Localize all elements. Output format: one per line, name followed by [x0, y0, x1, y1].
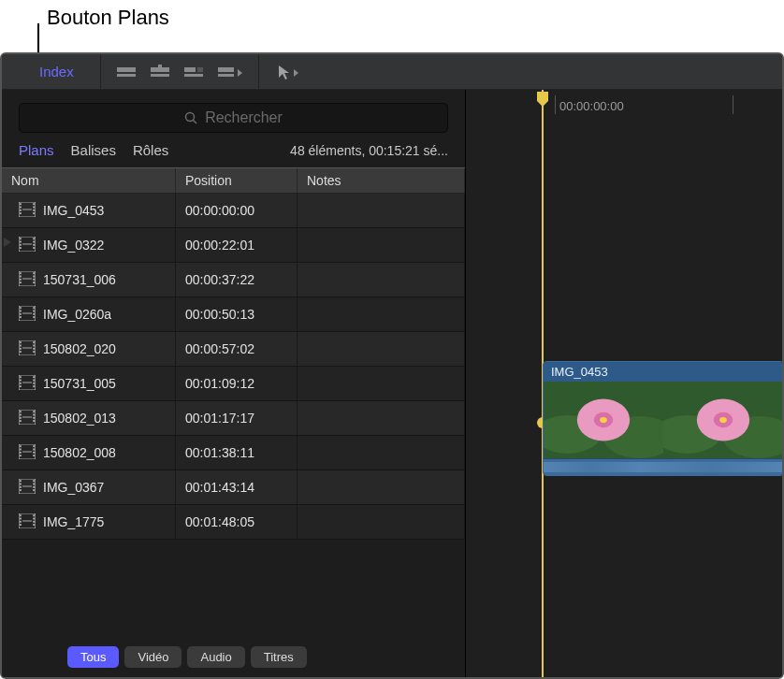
search-input[interactable]: Rechercher [19, 103, 448, 133]
svg-rect-85 [20, 448, 22, 450]
table-row[interactable]: 150731_00600:00:37:22 [2, 263, 465, 297]
index-status-text: 48 éléments, 00:15:21 sé... [290, 143, 448, 158]
search-placeholder: Rechercher [205, 109, 283, 126]
clip-thumbnail [544, 382, 663, 458]
svg-rect-41 [33, 282, 35, 283]
cell-notes [298, 263, 465, 296]
svg-rect-16 [20, 209, 22, 210]
cell-name: 150731_005 [2, 367, 176, 400]
cell-position: 00:00:37:22 [176, 263, 298, 296]
clip-name: IMG_0367 [43, 480, 104, 495]
svg-rect-51 [33, 316, 35, 318]
svg-rect-29 [33, 240, 35, 242]
svg-rect-37 [20, 282, 22, 283]
svg-rect-100 [33, 485, 35, 487]
svg-rect-10 [218, 74, 234, 77]
svg-rect-64 [20, 376, 22, 378]
svg-rect-26 [20, 243, 22, 245]
svg-rect-109 [33, 517, 35, 519]
filter-audio-button[interactable]: Audio [187, 646, 244, 668]
film-clip-icon [19, 271, 36, 289]
svg-rect-9 [218, 67, 234, 72]
table-row[interactable]: IMG_045300:00:00:00 [2, 194, 465, 228]
clip-name: 150802_013 [43, 411, 116, 426]
svg-rect-27 [20, 247, 22, 249]
pointer-tool-icon[interactable] [276, 64, 300, 80]
cell-notes [298, 436, 465, 470]
ruler-tick [555, 95, 556, 114]
column-header-position[interactable]: Position [176, 168, 298, 193]
table-row[interactable]: 150731_00500:01:09:12 [2, 367, 465, 401]
table-row[interactable]: IMG_032200:00:22:01 [2, 228, 465, 263]
svg-rect-108 [33, 514, 35, 516]
clip-thumbnail [663, 382, 783, 458]
timeline-clip[interactable]: IMG_0453 [543, 361, 784, 476]
cell-name: IMG_0367 [2, 470, 176, 504]
index-button[interactable]: Index [2, 54, 100, 89]
append-clip-icon[interactable] [183, 64, 204, 80]
svg-point-11 [186, 113, 195, 122]
cell-notes [298, 228, 465, 262]
clip-title: IMG_0453 [544, 362, 783, 382]
filter-video-button[interactable]: Vidéo [124, 646, 181, 668]
connect-clip-icon[interactable] [116, 64, 137, 80]
svg-rect-3 [162, 67, 169, 72]
timeline-area[interactable]: 00:00:00:00 IMG_0453 [466, 90, 782, 677]
insert-clip-icon[interactable] [150, 64, 170, 80]
tab-plans[interactable]: Plans [19, 142, 54, 158]
svg-rect-69 [33, 379, 35, 381]
panel-collapse-notch[interactable] [4, 238, 13, 247]
tab-roles[interactable]: Rôles [133, 142, 168, 158]
filter-bar: Tous Vidéo Audio Titres [2, 639, 465, 677]
svg-rect-58 [33, 341, 35, 343]
svg-rect-47 [20, 316, 22, 318]
filter-titles-button[interactable]: Titres [251, 646, 307, 668]
cell-name: 150802_020 [2, 332, 176, 366]
clips-grid-body[interactable]: IMG_045300:00:00:00IMG_032200:00:22:0115… [2, 194, 465, 639]
svg-rect-35 [20, 275, 22, 277]
svg-rect-56 [20, 347, 22, 349]
svg-rect-5 [151, 74, 169, 77]
svg-rect-91 [33, 455, 35, 456]
column-header-name[interactable]: Nom [2, 168, 176, 193]
svg-rect-28 [33, 238, 35, 239]
index-panel: Rechercher Plans Balises Rôles 48 élémen… [2, 90, 466, 677]
svg-rect-84 [20, 445, 22, 447]
table-row[interactable]: 150802_02000:00:57:02 [2, 332, 465, 367]
overwrite-clip-icon[interactable] [217, 64, 243, 80]
table-row[interactable]: IMG_036700:01:43:14 [2, 470, 465, 505]
cell-notes [298, 470, 465, 504]
table-row[interactable]: 150802_01300:01:17:17 [2, 401, 465, 436]
cell-name: 150802_013 [2, 401, 176, 435]
column-header-notes[interactable]: Notes [298, 168, 465, 193]
clip-name: IMG_1775 [43, 514, 104, 529]
cell-position: 00:01:17:17 [176, 401, 298, 435]
clip-thumbnails [544, 382, 783, 458]
svg-rect-57 [20, 351, 22, 353]
film-clip-icon [19, 479, 36, 497]
svg-rect-8 [184, 74, 203, 77]
cell-position: 00:00:50:13 [176, 297, 298, 331]
svg-rect-30 [33, 243, 35, 245]
tab-balises[interactable]: Balises [71, 142, 116, 158]
cell-position: 00:01:43:14 [176, 470, 298, 504]
svg-rect-6 [184, 67, 196, 72]
filter-all-button[interactable]: Tous [67, 646, 119, 668]
svg-rect-55 [20, 344, 22, 346]
svg-rect-31 [33, 247, 35, 249]
svg-rect-66 [20, 382, 22, 383]
svg-line-12 [194, 121, 197, 124]
table-row[interactable]: IMG_0260a00:00:50:13 [2, 297, 465, 332]
clip-name: 150802_020 [43, 341, 116, 356]
cell-position: 00:01:09:12 [176, 367, 298, 400]
table-row[interactable]: IMG_177500:01:48:05 [2, 505, 465, 540]
svg-rect-95 [20, 483, 22, 484]
index-tabs: Plans Balises Rôles 48 éléments, 00:15:2… [2, 142, 465, 167]
clip-audio-waveform [544, 458, 783, 475]
table-row[interactable]: 150802_00800:01:38:11 [2, 436, 465, 470]
svg-rect-99 [33, 483, 35, 484]
svg-rect-97 [20, 489, 22, 491]
cell-notes [298, 194, 465, 227]
cell-name: IMG_0260a [2, 297, 176, 331]
svg-rect-20 [33, 209, 35, 210]
